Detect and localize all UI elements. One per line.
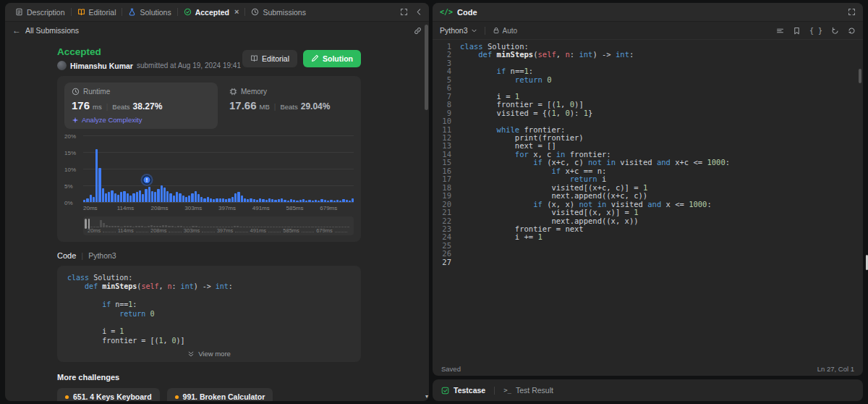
beats-label: Beats bbox=[280, 103, 297, 111]
editor-statusbar: Saved Ln 27, Col 1 bbox=[433, 361, 863, 376]
solution-button-label: Solution bbox=[323, 54, 353, 63]
tab-test-result[interactable]: >_ Test Result bbox=[503, 386, 553, 395]
lock-icon bbox=[493, 27, 500, 34]
language-selector[interactable]: Python3 bbox=[440, 26, 477, 35]
code-line: frontier = [(1, 0)] bbox=[67, 337, 351, 345]
code-line: 5 return 0 bbox=[433, 76, 863, 84]
code-line: i = 1 bbox=[67, 327, 351, 336]
editorial-button-label: Editorial bbox=[262, 54, 289, 63]
code-line: 26 bbox=[433, 250, 863, 258]
editor-code[interactable]: 1class Solution:2 def minSteps(self, n: … bbox=[433, 40, 863, 361]
status-badge: Accepted bbox=[57, 46, 241, 57]
avatar[interactable] bbox=[57, 61, 67, 70]
pencil-icon bbox=[311, 54, 319, 62]
result-actions: Editorial Solution bbox=[242, 50, 361, 67]
memory-block[interactable]: Memory 17.66 MB | Beats 29.04% bbox=[222, 83, 354, 129]
save-status: Saved bbox=[441, 365, 461, 373]
code-line: def minSteps(self, n: int) -> int: bbox=[67, 282, 351, 291]
auto-indicator[interactable]: Auto bbox=[493, 27, 518, 35]
tab-editorial[interactable]: Editorial bbox=[73, 8, 121, 17]
tab-label: Description bbox=[27, 8, 65, 17]
cursor-position[interactable]: Ln 27, Col 1 bbox=[817, 365, 854, 373]
view-more-label: View more bbox=[198, 350, 231, 358]
collapse-panel-icon[interactable] bbox=[415, 8, 423, 16]
tab-label: Solutions bbox=[140, 8, 171, 17]
submission-detail: Accepted Himanshu Kumar submitted at Aug… bbox=[5, 39, 429, 401]
tab-label: Submissions bbox=[263, 8, 306, 17]
bookmark-icon[interactable] bbox=[793, 27, 801, 35]
right-column: </> Code Python3 Auto bbox=[433, 3, 863, 401]
close-icon[interactable]: × bbox=[234, 8, 239, 16]
console-panel: Testcase >_ Test Result bbox=[433, 379, 863, 401]
code-line: 9 visited = {(1, 0): 1} bbox=[433, 109, 863, 117]
runtime-block[interactable]: Runtime 176 ms | Beats 38.27% bbox=[64, 83, 218, 129]
back-all-submissions[interactable]: ← All Submissions bbox=[12, 25, 79, 35]
format-code-icon[interactable] bbox=[776, 27, 784, 35]
slider-handle[interactable] bbox=[85, 219, 90, 229]
tab-divider bbox=[177, 8, 178, 16]
tab-solutions[interactable]: Solutions bbox=[124, 8, 175, 17]
editorial-button[interactable]: Editorial bbox=[242, 50, 297, 67]
submitted-time: submitted at Aug 19, 2024 19:41 bbox=[137, 62, 241, 70]
scroll-down-arrow[interactable]: ▾ bbox=[425, 393, 428, 400]
difficulty-dot bbox=[175, 395, 179, 399]
result-header: Accepted Himanshu Kumar submitted at Aug… bbox=[57, 46, 361, 70]
tab-label: Editorial bbox=[89, 8, 116, 17]
view-more-link[interactable]: View more bbox=[67, 350, 351, 358]
book-icon bbox=[250, 54, 258, 62]
editor-header: </> Code bbox=[433, 3, 863, 22]
back-arrow-icon: ← bbox=[12, 25, 21, 35]
minimap-labels: 20ms114ms208ms303ms397ms491ms585ms679ms bbox=[88, 227, 349, 234]
solution-button[interactable]: Solution bbox=[303, 50, 361, 67]
memory-chip-icon bbox=[229, 88, 237, 96]
difficulty-dot bbox=[65, 395, 69, 399]
analyze-complexity-link[interactable]: Analyze Complexity bbox=[72, 116, 210, 124]
challenge-chip-651[interactable]: 651. 4 Keys Keyboard bbox=[57, 388, 160, 401]
left-tabbar: Description Editorial Solutions Accepted… bbox=[5, 3, 429, 22]
maximize-icon[interactable] bbox=[400, 8, 408, 16]
challenge-chip-991[interactable]: 991. Broken Calculator bbox=[167, 388, 273, 401]
terminal-icon: >_ bbox=[503, 387, 511, 394]
reset-code-icon[interactable] bbox=[848, 27, 856, 35]
preview-code: class Solution: def minSteps(self, n: in… bbox=[67, 274, 351, 345]
clock-icon bbox=[72, 88, 80, 96]
left-panel: Description Editorial Solutions Accepted… bbox=[5, 3, 429, 401]
code-editor-panel: </> Code Python3 Auto bbox=[433, 3, 863, 376]
editor-title: Code bbox=[457, 8, 477, 17]
code-lang: Python3 bbox=[88, 251, 116, 260]
author-name[interactable]: Himanshu Kumar bbox=[70, 62, 133, 70]
tab-description[interactable]: Description bbox=[11, 8, 69, 17]
tab-accepted[interactable]: Accepted × bbox=[179, 8, 244, 17]
expand-panel-icon[interactable] bbox=[848, 8, 856, 16]
beats-label: Beats bbox=[112, 103, 129, 111]
code-line: if n==1: bbox=[67, 300, 351, 309]
range-slider[interactable]: 20ms114ms208ms303ms397ms491ms585ms679ms bbox=[83, 216, 354, 235]
code-preview-card: class Solution: def minSteps(self, n: in… bbox=[57, 266, 361, 362]
description-icon bbox=[15, 8, 23, 16]
undo-icon[interactable] bbox=[831, 27, 839, 35]
snippets-icon[interactable]: { } bbox=[809, 27, 822, 35]
sparkle-icon bbox=[72, 117, 79, 124]
tab-divider bbox=[244, 8, 245, 16]
tab-submissions[interactable]: Submissions bbox=[247, 8, 310, 17]
tab-label: Accepted bbox=[195, 8, 229, 17]
accepted-icon bbox=[184, 8, 192, 16]
testcase-label: Testcase bbox=[454, 386, 485, 395]
code-line: 27 bbox=[433, 258, 863, 266]
copy-link-icon[interactable] bbox=[414, 27, 422, 35]
runtime-marker[interactable]: ! bbox=[142, 175, 151, 185]
auto-label: Auto bbox=[503, 27, 518, 35]
language-label: Python3 bbox=[440, 26, 468, 35]
code-line: 24 i += 1 bbox=[433, 233, 863, 241]
runtime-beats: 38.27% bbox=[133, 101, 163, 111]
minimap-bars bbox=[88, 219, 349, 227]
editor-scrollbar-thumb[interactable] bbox=[859, 69, 861, 83]
code-line: 25 bbox=[433, 242, 863, 250]
tab-testcase[interactable]: Testcase bbox=[441, 386, 485, 395]
chart-bars bbox=[83, 136, 354, 202]
back-label: All Submissions bbox=[25, 26, 79, 35]
editor-toolbar: Python3 Auto { } bbox=[433, 22, 863, 40]
runtime-label: Runtime bbox=[83, 88, 110, 96]
left-scrollbar-thumb[interactable] bbox=[425, 25, 428, 110]
editor-toolbar-actions: { } bbox=[776, 27, 856, 35]
